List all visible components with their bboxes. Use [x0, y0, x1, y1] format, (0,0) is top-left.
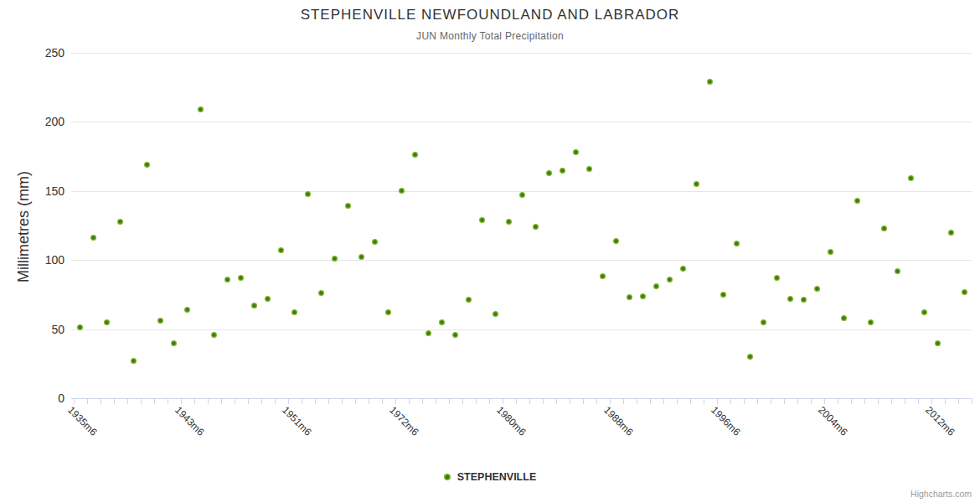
data-point[interactable] [895, 268, 900, 274]
data-point[interactable] [412, 152, 418, 158]
data-point[interactable] [385, 309, 391, 315]
data-point[interactable] [694, 181, 699, 187]
data-point[interactable] [519, 192, 525, 198]
data-point[interactable] [586, 166, 592, 172]
data-point[interactable] [439, 319, 445, 325]
data-point[interactable] [493, 311, 498, 317]
data-point[interactable] [921, 309, 927, 315]
x-tick [744, 399, 745, 404]
x-tick [87, 399, 88, 404]
data-point[interactable] [881, 226, 887, 231]
data-point[interactable] [747, 354, 753, 360]
x-tick [543, 399, 544, 404]
data-point[interactable] [117, 219, 123, 225]
x-tick [422, 399, 423, 404]
data-point[interactable] [184, 307, 190, 313]
data-point[interactable] [506, 219, 512, 225]
data-point[interactable] [734, 241, 740, 246]
x-tick [141, 399, 142, 404]
x-tick [797, 399, 798, 404]
data-point[interactable] [345, 203, 351, 209]
y-axis-label: 0 [14, 391, 64, 406]
data-point[interactable] [251, 303, 257, 309]
data-point[interactable] [131, 358, 137, 364]
data-point[interactable] [948, 230, 954, 236]
x-tick [864, 399, 865, 404]
x-tick [261, 399, 262, 404]
x-tick [784, 399, 785, 404]
data-point[interactable] [935, 340, 941, 346]
x-tick [315, 399, 316, 404]
data-point[interactable] [908, 175, 914, 181]
x-tick [757, 399, 758, 404]
data-point[interactable] [278, 247, 284, 253]
data-point[interactable] [90, 235, 96, 241]
x-tick [663, 399, 664, 404]
data-point[interactable] [479, 217, 485, 223]
data-point[interactable] [466, 297, 472, 303]
x-tick [811, 399, 812, 404]
y-axis-label: 100 [14, 252, 64, 267]
highcharts-credits-link[interactable]: Highcharts.com [910, 489, 972, 499]
data-point[interactable] [372, 239, 378, 245]
data-point[interactable] [653, 283, 659, 289]
x-axis-label: 2004m6 [816, 404, 850, 438]
data-point[interactable] [613, 238, 619, 244]
x-tick [235, 399, 235, 404]
x-tick [462, 399, 463, 404]
data-point[interactable] [157, 318, 163, 324]
data-point[interactable] [627, 294, 632, 300]
data-point[interactable] [399, 188, 405, 194]
x-tick [958, 399, 959, 404]
data-point[interactable] [171, 340, 177, 346]
x-tick [476, 399, 477, 404]
data-point[interactable] [828, 249, 833, 255]
data-point[interactable] [868, 319, 874, 325]
data-point[interactable] [291, 309, 297, 315]
data-point[interactable] [761, 319, 766, 325]
data-point[interactable] [841, 315, 847, 321]
data-point[interactable] [680, 266, 686, 272]
data-point[interactable] [238, 275, 244, 281]
x-tick [328, 399, 329, 404]
data-point[interactable] [426, 330, 431, 336]
data-point[interactable] [546, 170, 552, 176]
x-tick [851, 399, 852, 404]
data-point[interactable] [104, 319, 110, 325]
x-tick [516, 399, 517, 404]
data-point[interactable] [305, 191, 311, 197]
data-point[interactable] [667, 277, 673, 283]
data-point[interactable] [854, 198, 860, 204]
data-point[interactable] [707, 79, 713, 85]
data-point[interactable] [814, 286, 820, 292]
x-tick [369, 399, 369, 404]
data-point[interactable] [720, 292, 726, 298]
data-point[interactable] [573, 149, 579, 155]
x-axis-label: 1943m6 [173, 404, 207, 438]
data-point[interactable] [787, 296, 793, 302]
legend-label: STEPHENVILLE [457, 471, 536, 483]
data-point[interactable] [144, 162, 150, 168]
data-point[interactable] [774, 275, 780, 281]
data-point[interactable] [600, 273, 606, 279]
data-point[interactable] [533, 224, 539, 230]
data-point[interactable] [265, 296, 271, 302]
data-point[interactable] [962, 289, 967, 295]
legend-item[interactable]: STEPHENVILLE [0, 471, 980, 483]
data-point[interactable] [640, 293, 646, 299]
x-tick [168, 399, 168, 404]
data-point[interactable] [560, 168, 565, 174]
data-point[interactable] [211, 332, 217, 338]
x-tick [637, 399, 637, 404]
data-point[interactable] [318, 290, 324, 296]
x-tick [382, 399, 383, 404]
data-point[interactable] [332, 256, 338, 262]
data-point[interactable] [452, 332, 458, 338]
x-tick [570, 399, 570, 404]
x-tick [248, 399, 249, 404]
data-point[interactable] [224, 277, 230, 283]
x-tick [154, 399, 155, 404]
data-point[interactable] [801, 297, 807, 303]
x-tick [489, 399, 490, 404]
data-point[interactable] [198, 106, 204, 112]
